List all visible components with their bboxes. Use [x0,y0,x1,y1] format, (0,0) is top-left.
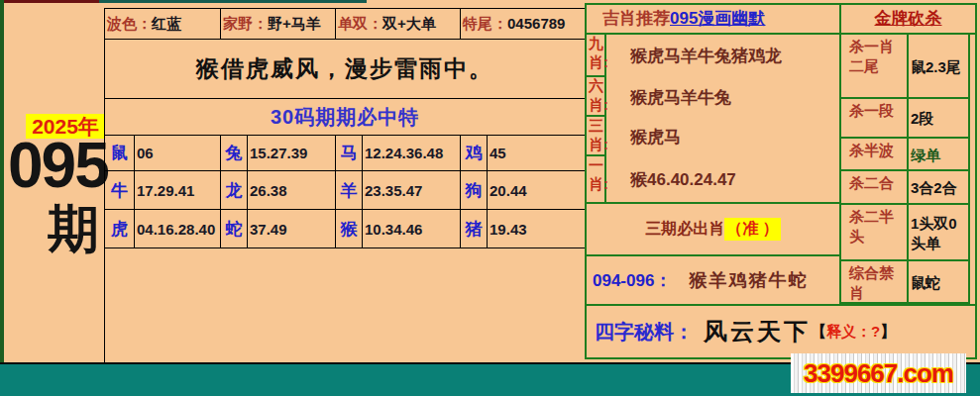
three-xiao-content: 猴虎马 [610,117,836,156]
zodiac-goat: 羊 [336,171,363,210]
wave-color-label: 波色： [107,15,152,32]
odd-even-label: 单双： [338,15,382,32]
zodiac-monkey-numbers: 10.34.46 [363,210,461,248]
issue-suffix-label: 期 [42,198,105,259]
lottery-prediction-sheet: 2025年 095 期 波色：红蓝 家野：野+马羊 单双：双+大单 特尾：045… [0,0,980,396]
zodiac-horse-numbers: 12.24.36.48 [363,136,461,171]
zodiac-rabbit-numbers: 15.27.39 [248,136,336,171]
nine-xiao-label: 九肖: [587,35,606,77]
special-tail-cell: 特尾：0456789 [461,9,586,40]
lucky-zodiac-title: 吉肖推荐095漫画幽默 [587,5,839,35]
wave-color-value: 红蓝 [152,15,181,32]
zodiac-rat-numbers: 06 [135,136,221,171]
kill-two-half-heads-label: 杀二半头 [839,205,907,261]
family-wild-cell: 家野：野+马羊 [221,9,336,40]
six-xiao-content: 猴虎马羊牛兔 [610,77,836,117]
banner30-text: 30码期期必中特 [105,99,586,136]
nine-xiao-content: 猴虎马羊牛兔猪鸡龙 [610,35,836,77]
family-wild-label: 家野： [223,15,268,32]
issue-range-row: 094-096： 猴羊鸡猪牛蛇 [587,254,839,304]
kill-two-sum-label: 杀二合 [839,171,907,205]
zodiac-row-1: 鼠 06 兔 15.27.39 马 12.24.36.48 鸡 45 [105,136,586,171]
special-tail-value: 0456789 [507,15,565,32]
kill-two-half-heads-value: 1头双0头单 [907,205,968,261]
kill-half-wave-label: 杀半波 [839,139,907,171]
zodiac-dog-numbers: 20.44 [488,171,586,210]
prediction-table: 波色：红蓝 家野：野+马羊 单双：双+大单 特尾：0456789 猴借虎威风，漫… [104,8,586,248]
zodiac-snake-numbers: 37.49 [248,210,336,248]
one-xiao-label: 一肖: [587,156,606,202]
family-wild-value: 野+马羊 [268,15,321,32]
issue-number: 095 [8,127,105,204]
kill-two-sum-value: 3合2合 [907,171,968,205]
zodiac-ox: 牛 [105,171,135,210]
kill-one-zodiac-two-tails-label: 杀一肖二尾 [839,35,907,99]
secret-meaning-note: 释义：? [826,323,880,342]
zodiac-rat: 鼠 [105,136,135,171]
left-edge-green-bar [0,0,4,396]
zodiac-tiger: 虎 [105,210,135,248]
poem-text: 猴借虎威风，漫步雷雨中。 [105,40,586,99]
zodiac-ox-numbers: 17.29.41 [135,171,221,210]
zodiac-snake: 蛇 [221,210,248,248]
site-banner[interactable]: 3399667.com [791,353,966,393]
poem-row: 猴借虎威风，漫步雷雨中。 [105,40,586,99]
kill-one-zodiac-two-tails-value: 鼠2.3尾 [907,35,968,99]
zodiac-goat-numbers: 23.35.47 [363,171,461,210]
secret-bracket-close: 】 [880,322,896,343]
comic-humor-link[interactable]: 095漫画幽默 [670,9,765,28]
zodiac-rabbit: 兔 [221,136,248,171]
secret-content: 风云天下 [704,316,811,347]
issue-range-label: 094-096： [593,269,671,292]
zodiac-pig-numbers: 19.43 [488,210,586,248]
six-xiao-label: 六肖: [587,77,606,117]
zodiac-rooster-numbers: 45 [488,136,586,171]
secret-label: 四字秘料： [595,319,694,346]
zodiac-monkey: 猴 [336,210,363,248]
kill-one-segment-label: 杀一段 [839,99,907,139]
one-xiao-content: 猴46.40.24.47 [610,156,836,202]
four-char-secret-row: 四字秘料： 风云天下 【 释义：? 】 [587,304,975,357]
top-edge-teal-strip [99,0,367,3]
top-edge-maroon-strip [0,0,99,3]
kill-column-right-divider [968,35,970,304]
left-panel-divider-line [104,242,105,362]
issue-range-zodiacs: 猴羊鸡猪牛蛇 [689,268,808,292]
zodiac-dog: 狗 [461,171,488,210]
odd-even-cell: 单双：双+大单 [336,9,461,40]
zodiac-tiger-numbers: 04.16.28.40 [135,210,221,248]
right-panel: 吉肖推荐095漫画幽默 金牌砍杀 九肖: 六肖: 三肖: 一肖: 猴虎马羊牛兔猪… [585,3,977,359]
zodiac-dragon: 龙 [221,171,248,210]
three-xiao-label: 三肖: [587,117,606,156]
special-tail-label: 特尾： [463,15,507,32]
kill-half-wave-value: 绿单 [907,139,968,171]
zodiac-rooster: 鸡 [461,136,488,171]
three-period-accuracy-mark: （准 ） [724,218,780,241]
combined-ban-zodiac-value: 鼠蛇 [907,261,968,304]
site-url[interactable]: 3399667.com [804,358,953,389]
secret-bracket-open: 【 [811,322,826,343]
attribute-header-row: 波色：红蓝 家野：野+马羊 单双：双+大单 特尾：0456789 [105,9,586,40]
banner30-row: 30码期期必中特 [105,99,586,136]
zodiac-row-2: 牛 17.29.41 龙 26.38 羊 23.35.47 狗 20.44 [105,171,586,210]
lucky-zodiac-title-prefix: 吉肖推荐 [602,9,670,28]
zodiac-pig: 猪 [461,210,488,248]
odd-even-value: 双+大单 [382,15,436,32]
zodiac-dragon-numbers: 26.38 [248,171,336,210]
kill-one-segment-value: 2段 [907,99,968,139]
combined-ban-zodiac-label: 综合禁肖 [839,261,907,304]
zodiac-row-3: 虎 04.16.28.40 蛇 37.49 猴 10.34.46 猪 19.43 [105,210,586,248]
three-period-title: 三期必出肖 [645,219,724,240]
gold-kill-title: 金牌砍杀 [839,5,975,35]
three-period-row: 三期必出肖（准 ） [587,202,839,254]
wave-color-cell: 波色：红蓝 [105,9,221,40]
zodiac-horse: 马 [336,136,363,171]
